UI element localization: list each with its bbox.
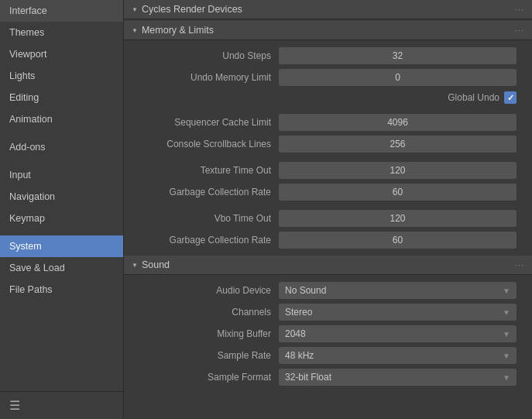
sample-format-arrow-icon: ▼ <box>503 373 510 382</box>
sidebar-item-lights[interactable]: Lights <box>0 65 123 87</box>
sidebar-item-input[interactable]: Input <box>0 164 123 186</box>
vbo-time-out-value[interactable]: 120 <box>279 210 517 227</box>
sidebar-item-keymap[interactable]: Keymap <box>0 208 123 229</box>
cycles-render-title: Cycles Render Devices <box>142 4 242 15</box>
sound-content: Audio Device No Sound ▼ Channels Stereo … <box>124 275 532 393</box>
sound-dots-icon: ··· <box>515 260 524 270</box>
sound-header-left: ▼ Sound <box>132 259 170 270</box>
sample-rate-arrow-icon: ▼ <box>503 352 510 360</box>
sound-title: Sound <box>142 259 170 270</box>
sample-format-row: Sample Format 32-bit Float ▼ <box>124 366 532 388</box>
sidebar-item-system[interactable]: System <box>0 235 123 257</box>
console-scrollback-lines-value[interactable]: 256 <box>279 136 517 153</box>
cycles-render-section-header[interactable]: ▼ Cycles Render Devices ··· <box>124 0 532 19</box>
memory-limits-header-left: ▼ Memory & Limits <box>132 25 214 36</box>
main-content: ▼ Cycles Render Devices ··· ▼ Memory & L… <box>124 0 532 419</box>
sidebar-divider-3 <box>0 229 123 235</box>
channels-row: Channels Stereo ▼ <box>124 301 532 323</box>
garbage-collection-rate-1-value[interactable]: 60 <box>279 184 517 201</box>
hamburger-icon[interactable]: ☰ <box>9 399 20 412</box>
console-scrollback-lines-label: Console Scrollback Lines <box>124 139 279 149</box>
undo-memory-limit-value[interactable]: 0 <box>279 69 517 86</box>
texture-time-out-label: Texture Time Out <box>124 165 279 176</box>
audio-device-dropdown[interactable]: No Sound ▼ <box>279 282 517 299</box>
garbage-collection-rate-2-value[interactable]: 60 <box>279 232 517 249</box>
sidebar-item-interface[interactable]: Interface <box>0 0 123 22</box>
undo-steps-row: Undo Steps 32 <box>124 45 532 67</box>
texture-time-out-row: Texture Time Out 120 <box>124 160 532 181</box>
sidebar-divider-2 <box>0 158 123 164</box>
mixing-buffer-dropdown[interactable]: 2048 ▼ <box>279 325 517 342</box>
audio-device-label: Audio Device <box>124 285 279 296</box>
channels-label: Channels <box>124 307 279 318</box>
sample-format-label: Sample Format <box>124 372 279 383</box>
sidebar-item-themes[interactable]: Themes <box>0 22 123 43</box>
sample-rate-row: Sample Rate 48 kHz ▼ <box>124 345 532 366</box>
memory-limits-section-header[interactable]: ▼ Memory & Limits ··· <box>124 21 532 40</box>
audio-device-row: Audio Device No Sound ▼ <box>124 280 532 301</box>
sample-rate-dropdown[interactable]: 48 kHz ▼ <box>279 347 517 364</box>
undo-memory-limit-row: Undo Memory Limit 0 <box>124 67 532 88</box>
sidebar-divider-1 <box>0 130 123 136</box>
global-undo-checkbox[interactable] <box>504 91 517 104</box>
sidebar: Interface Themes Viewport Lights Editing… <box>0 0 124 419</box>
memory-limits-dots-icon: ··· <box>515 26 524 35</box>
memory-limits-collapse-icon: ▼ <box>132 27 138 34</box>
memory-limits-content: Undo Steps 32 Undo Memory Limit 0 Global… <box>124 40 532 256</box>
garbage-collection-rate-2-row: Garbage Collection Rate 60 <box>124 229 532 251</box>
cycles-render-collapse-icon: ▼ <box>132 6 138 13</box>
sidebar-item-save-load[interactable]: Save & Load <box>0 257 123 279</box>
audio-device-arrow-icon: ▼ <box>503 287 510 295</box>
undo-steps-label: Undo Steps <box>124 50 279 61</box>
sidebar-item-viewport[interactable]: Viewport <box>0 43 123 65</box>
channels-dropdown[interactable]: Stereo ▼ <box>279 304 517 321</box>
memory-limits-title: Memory & Limits <box>142 25 214 36</box>
sound-section-header[interactable]: ▼ Sound ··· <box>124 256 532 275</box>
undo-memory-limit-label: Undo Memory Limit <box>124 72 279 83</box>
garbage-collection-rate-1-label: Garbage Collection Rate <box>124 187 279 197</box>
sequencer-cache-limit-row: Sequencer Cache Limit 4096 <box>124 112 532 133</box>
sidebar-item-navigation[interactable]: Navigation <box>0 186 123 208</box>
texture-time-out-value[interactable]: 120 <box>279 162 517 179</box>
sidebar-item-addons[interactable]: Add-ons <box>0 136 123 158</box>
channels-arrow-icon: ▼ <box>503 308 510 317</box>
sidebar-item-animation[interactable]: Animation <box>0 108 123 130</box>
vbo-time-out-label: Vbo Time Out <box>124 213 279 224</box>
sidebar-item-editing[interactable]: Editing <box>0 87 123 108</box>
undo-steps-value[interactable]: 32 <box>279 47 517 64</box>
sequencer-cache-limit-value[interactable]: 4096 <box>279 114 517 131</box>
mixing-buffer-arrow-icon: ▼ <box>503 330 510 338</box>
global-undo-label: Global Undo <box>448 92 504 103</box>
global-undo-row: Global Undo <box>124 88 532 107</box>
cycles-render-header-left: ▼ Cycles Render Devices <box>132 4 242 15</box>
garbage-collection-rate-2-label: Garbage Collection Rate <box>124 235 279 246</box>
sample-rate-label: Sample Rate <box>124 350 279 361</box>
console-scrollback-lines-row: Console Scrollback Lines 256 <box>124 133 532 155</box>
cycles-render-dots-icon: ··· <box>515 5 524 14</box>
sidebar-bottom: ☰ <box>0 391 123 419</box>
sound-collapse-icon: ▼ <box>132 262 138 269</box>
sample-format-dropdown[interactable]: 32-bit Float ▼ <box>279 369 517 386</box>
sidebar-item-file-paths[interactable]: File Paths <box>0 279 123 301</box>
garbage-collection-rate-1-row: Garbage Collection Rate 60 <box>124 181 532 203</box>
sequencer-cache-limit-label: Sequencer Cache Limit <box>124 117 279 128</box>
vbo-time-out-row: Vbo Time Out 120 <box>124 208 532 229</box>
mixing-buffer-label: Mixing Buffer <box>124 328 279 339</box>
mixing-buffer-row: Mixing Buffer 2048 ▼ <box>124 323 532 345</box>
